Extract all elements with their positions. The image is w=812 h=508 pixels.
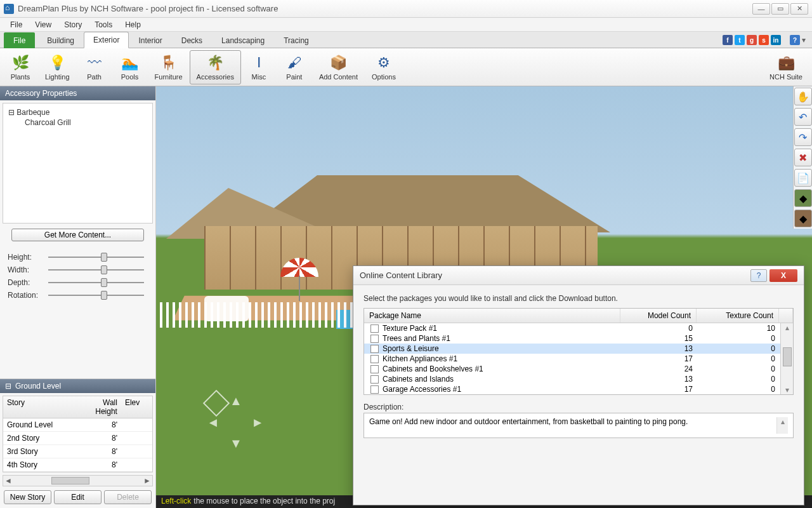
menu-file[interactable]: File: [5, 19, 27, 30]
tree-root[interactable]: ⊟ Barbeque: [7, 107, 148, 117]
desc-scroll[interactable]: ▴: [776, 417, 788, 434]
scroll-right-icon[interactable]: ►: [142, 476, 152, 485]
menu-view[interactable]: View: [30, 19, 56, 30]
story-col-elev[interactable]: Elev: [121, 396, 152, 418]
ribbon-lighting[interactable]: 💡Lighting: [38, 50, 77, 84]
package-checkbox[interactable]: [370, 375, 379, 384]
package-checkbox[interactable]: [370, 345, 379, 353]
help-icon[interactable]: ?: [790, 35, 800, 45]
edit-story-button[interactable]: Edit: [54, 490, 102, 504]
dialog-titlebar[interactable]: Online Content Library ? X: [353, 266, 804, 285]
ground-tool-icon[interactable]: ◆: [794, 210, 812, 227]
col-model-count[interactable]: Model Count: [620, 309, 697, 323]
story-col-wallheight[interactable]: Wall Height: [77, 396, 121, 418]
ribbon-misc[interactable]: ⅠMisc: [241, 50, 277, 84]
slider-rotation[interactable]: Rotation:: [8, 291, 148, 300]
ribbon-options[interactable]: ⚙Options: [365, 50, 403, 84]
menu-tools[interactable]: Tools: [89, 19, 117, 30]
package-row[interactable]: Kitchen Appliances #1170: [364, 354, 780, 364]
stumble-icon[interactable]: s: [759, 35, 769, 45]
ribbon-plants[interactable]: 🌿Plants: [3, 50, 38, 84]
dialog-help-button[interactable]: ?: [750, 269, 767, 282]
scroll-thumb[interactable]: [783, 347, 792, 366]
help-dropdown-icon[interactable]: ▾: [802, 36, 806, 44]
titlebar: DreamPlan Plus by NCH Software - pool pr…: [0, 0, 812, 18]
story-row[interactable]: Ground Level8': [3, 418, 152, 432]
story-row[interactable]: 4th Story8': [3, 458, 152, 472]
nav-down-icon[interactable]: ▼: [230, 436, 242, 451]
col-texture-count[interactable]: Texture Count: [697, 309, 779, 323]
slider-thumb[interactable]: [101, 278, 107, 287]
package-row[interactable]: Texture Pack #1010: [364, 323, 780, 333]
pan-tool-icon[interactable]: ✋: [794, 88, 812, 105]
dialog-close-button[interactable]: X: [769, 269, 797, 282]
accessory-tree[interactable]: ⊟ Barbeque Charcoal Grill: [3, 103, 153, 224]
slider-depth[interactable]: Depth:: [8, 278, 148, 287]
nav-left-icon[interactable]: ◄: [207, 415, 219, 430]
story-hscroll[interactable]: ◄ ►: [3, 475, 153, 486]
undo-icon[interactable]: ↶: [794, 108, 812, 126]
tab-exterior[interactable]: Exterior: [84, 32, 129, 48]
package-row[interactable]: Trees and Plants #1150: [364, 333, 780, 344]
package-checkbox[interactable]: [370, 324, 379, 333]
col-package-name[interactable]: Package Name: [364, 309, 620, 323]
tab-decks[interactable]: Decks: [172, 32, 212, 48]
story-panel-header[interactable]: ⊟ Ground Level: [0, 379, 155, 393]
tab-file[interactable]: File: [4, 32, 35, 48]
menu-help[interactable]: Help: [120, 19, 146, 30]
delete-tool-icon[interactable]: ✖: [794, 149, 812, 166]
nav-up-icon[interactable]: ▲: [230, 394, 242, 408]
ribbon-pools[interactable]: 🏊Pools: [112, 50, 148, 84]
slider-height[interactable]: Height:: [8, 253, 148, 262]
package-checkbox[interactable]: [370, 335, 379, 343]
slider-thumb[interactable]: [101, 265, 107, 274]
description-text: Game on! Add new indoor and outdoor ente…: [369, 417, 776, 434]
package-checkbox[interactable]: [370, 385, 379, 394]
scroll-down-icon[interactable]: ▾: [785, 385, 789, 394]
nav-center-icon[interactable]: [203, 390, 230, 417]
nav-right-icon[interactable]: ►: [251, 415, 264, 430]
redo-icon[interactable]: ↷: [794, 128, 812, 146]
ribbon-accessories[interactable]: 🌴Accessories: [190, 50, 241, 84]
minimize-button[interactable]: —: [752, 3, 770, 15]
nch-suite-button[interactable]: 💼NCH Suite: [763, 50, 809, 84]
ribbon-path[interactable]: 〰Path: [77, 50, 112, 84]
package-row[interactable]: Cabinets and Islands130: [364, 374, 780, 384]
tab-landscaping[interactable]: Landscaping: [212, 32, 274, 48]
copy-tool-icon[interactable]: 📄: [794, 169, 812, 187]
delete-story-button[interactable]: Delete: [104, 490, 152, 504]
package-row[interactable]: Garage Accessories #1170: [364, 384, 780, 394]
package-checkbox[interactable]: [370, 355, 379, 363]
menu-story[interactable]: Story: [59, 19, 87, 30]
tree-child[interactable]: Charcoal Grill: [7, 117, 148, 128]
story-row[interactable]: 3rd Story8': [3, 445, 152, 458]
new-story-button[interactable]: New Story: [4, 490, 51, 504]
scroll-left-icon[interactable]: ◄: [3, 476, 13, 485]
get-more-content-button[interactable]: Get More Content...: [11, 229, 144, 241]
package-checkbox[interactable]: [370, 365, 379, 373]
package-row[interactable]: Cabinets and Bookshelves #1240: [364, 364, 780, 374]
package-vscroll[interactable]: ▴ ▾: [780, 323, 793, 394]
collapse-icon[interactable]: ⊟: [5, 382, 11, 391]
terrain-tool-icon[interactable]: ◆: [794, 189, 812, 207]
slider-width[interactable]: Width:: [8, 265, 148, 274]
tab-interior[interactable]: Interior: [129, 32, 171, 48]
slider-thumb[interactable]: [101, 291, 107, 300]
story-col-story[interactable]: Story: [3, 396, 77, 418]
story-row[interactable]: 2nd Story8': [3, 432, 152, 445]
linkedin-icon[interactable]: in: [771, 35, 781, 45]
ribbon-add-content[interactable]: 📦Add Content: [312, 50, 365, 84]
googleplus-icon[interactable]: g: [747, 35, 757, 45]
twitter-icon[interactable]: t: [735, 35, 745, 45]
facebook-icon[interactable]: f: [723, 35, 733, 45]
maximize-button[interactable]: ▭: [771, 3, 789, 15]
tab-building[interactable]: Building: [37, 32, 84, 48]
slider-thumb[interactable]: [101, 253, 107, 262]
scroll-up-icon[interactable]: ▴: [785, 323, 789, 332]
package-row[interactable]: Sports & Leisure130: [364, 344, 780, 354]
ribbon-paint[interactable]: 🖌Paint: [277, 50, 312, 84]
tab-tracing[interactable]: Tracing: [274, 32, 318, 48]
scroll-thumb[interactable]: [51, 477, 89, 485]
close-button[interactable]: ✕: [790, 3, 808, 15]
ribbon-furniture[interactable]: 🪑Furniture: [148, 50, 190, 84]
